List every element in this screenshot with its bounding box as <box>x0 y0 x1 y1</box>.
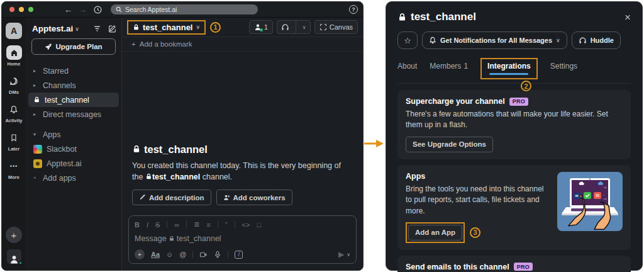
add-an-app-highlight: Add an App <box>406 222 465 243</box>
annotation-step-3: 3 <box>470 227 480 238</box>
history-forward-icon[interactable]: → <box>79 5 87 14</box>
channel-name-button[interactable]: test_channel ∨ <box>127 20 206 35</box>
caret-right-icon: ▸ <box>33 111 38 117</box>
star-channel-button[interactable]: ☆ <box>397 31 418 49</box>
send-icon[interactable]: ▶ <box>338 250 344 259</box>
tab-about[interactable]: About <box>397 58 417 71</box>
minimize-window-button[interactable] <box>19 7 24 12</box>
canvas-icon <box>319 23 327 31</box>
lock-icon <box>132 145 141 154</box>
caret-right-icon: ▸ <box>33 82 38 88</box>
emoji-icon[interactable]: ☺ <box>166 251 173 258</box>
strikethrough-icon[interactable]: S <box>155 221 160 229</box>
headphones-icon <box>579 37 587 45</box>
modal-tabs: About Members1 Integrations Settings 2 <box>397 58 631 84</box>
add-an-app-button[interactable]: Add an App <box>408 225 462 241</box>
compose-icon[interactable] <box>108 25 116 33</box>
sidebar-item-slackbot[interactable]: Slackbot <box>26 142 121 156</box>
tab-members[interactable]: Members1 <box>430 58 468 71</box>
dms-icon <box>6 74 22 88</box>
add-description-button[interactable]: Add description <box>132 190 211 205</box>
code-block-icon[interactable]: □ <box>257 221 261 229</box>
search-icon <box>116 6 122 13</box>
add-bookmark-button[interactable]: + Add a bookmark <box>122 37 363 52</box>
blockquote-icon[interactable]: ” <box>225 221 228 229</box>
traffic-lights <box>7 7 45 12</box>
help-icon[interactable]: ? <box>349 5 358 14</box>
channel-details-modal: test_channel × ☆ Get Notifications for A… <box>386 1 643 271</box>
zoom-window-button[interactable] <box>28 7 33 12</box>
huddle-options-chevron[interactable]: ∨ <box>299 21 310 33</box>
italic-icon[interactable]: I <box>147 221 148 229</box>
sidebar-item-add-apps[interactable]: + Add apps <box>26 171 121 185</box>
window-titlebar: ← → Search Apptest.ai ? <box>2 2 363 18</box>
rocket-icon <box>45 43 52 50</box>
chevron-down-icon: ∨ <box>196 24 200 30</box>
video-icon[interactable] <box>199 251 208 259</box>
channel-reference: test_channel <box>145 173 200 181</box>
slackbot-icon <box>33 145 42 154</box>
history-back-icon[interactable]: ← <box>64 5 72 14</box>
intro-description: You created this channel today. This is … <box>132 160 353 184</box>
sidebar-item-apptest-app[interactable]: Apptest.ai <box>26 156 121 171</box>
workspace-switcher[interactable]: A <box>6 23 22 39</box>
tab-settings[interactable]: Settings <box>550 58 577 71</box>
presence-indicator <box>260 28 263 31</box>
send-emails-card: Send emails to this channel PRO Get an e… <box>397 256 631 272</box>
attach-plus-icon[interactable]: + <box>135 249 145 259</box>
sidebar-item-channels[interactable]: ▸ Channels <box>26 78 121 93</box>
close-window-button[interactable] <box>9 7 14 12</box>
create-new-button[interactable]: + <box>6 227 22 243</box>
add-coworkers-button[interactable]: Add coworkers <box>216 190 292 205</box>
upgrade-plan-button[interactable]: Upgrade Plan <box>31 38 116 55</box>
person-icon <box>254 23 262 31</box>
members-button[interactable]: 1 <box>249 20 273 34</box>
annotation-step-1: 1 <box>210 22 221 33</box>
sidebar-item-apps[interactable]: ▾ Apps <box>26 127 121 142</box>
sidebar-item-starred[interactable]: ▸ Starred <box>26 64 121 78</box>
lock-icon <box>33 96 40 103</box>
link-icon[interactable]: ∞ <box>174 221 179 229</box>
see-upgrade-options-button[interactable]: See Upgrade Options <box>406 137 493 152</box>
plus-icon: + <box>33 175 38 181</box>
pro-badge: PRO <box>514 263 533 271</box>
shortcuts-icon[interactable]: / <box>235 251 243 259</box>
workspace-name[interactable]: Apptest.ai <box>32 24 73 33</box>
sidebar-item-direct-messages[interactable]: ▸ Direct messages <box>26 107 121 122</box>
close-icon[interactable]: × <box>625 12 631 23</box>
user-avatar[interactable] <box>7 249 21 264</box>
send-options-chevron[interactable]: ∨ <box>347 252 350 258</box>
notifications-button[interactable]: Get Notifications for All Messages ∨ <box>422 31 567 49</box>
search-input[interactable]: Search Apptest.ai <box>111 4 258 14</box>
rail-item-more[interactable]: ••• More <box>6 159 22 180</box>
text-format-icon[interactable]: Aa <box>151 251 160 258</box>
filter-icon[interactable] <box>93 25 101 33</box>
apps-illustration <box>557 172 623 231</box>
channel-header: test_channel ∨ 1 1 <box>122 18 363 37</box>
bold-icon[interactable]: B <box>135 221 140 229</box>
person-add-icon <box>223 194 230 201</box>
later-bookmark-icon <box>6 130 22 145</box>
huddle-button[interactable]: Huddle <box>572 31 621 49</box>
microphone-icon[interactable] <box>214 251 221 258</box>
rail-item-dms[interactable]: DMs <box>6 74 22 95</box>
formatting-toolbar: B I S ∞ ≣ ≡ ” <> □ <box>135 220 350 229</box>
canvas-button[interactable]: Canvas <box>314 20 358 34</box>
rail-item-home[interactable]: Home <box>6 45 22 67</box>
huddle-button[interactable]: ∨ <box>277 20 311 34</box>
sidebar-item-test-channel[interactable]: test_channel <box>28 93 119 107</box>
bell-icon <box>429 37 436 44</box>
channel-view: test_channel ∨ 1 1 <box>122 18 363 270</box>
rail-item-later[interactable]: Later <box>6 130 22 152</box>
code-icon[interactable]: <> <box>242 221 250 229</box>
message-composer[interactable]: B I S ∞ ≣ ≡ ” <> □ Message <box>128 215 357 264</box>
home-icon <box>6 45 22 60</box>
bullet-list-icon[interactable]: ≡ <box>206 221 210 229</box>
message-input[interactable]: Message test_channel <box>135 234 350 243</box>
ordered-list-icon[interactable]: ≣ <box>194 220 199 229</box>
rail-item-activity[interactable]: Activity <box>5 102 22 123</box>
modal-title: test_channel <box>411 11 476 23</box>
tab-integrations[interactable]: Integrations <box>487 62 531 71</box>
history-clock-icon[interactable] <box>94 6 102 14</box>
mention-icon[interactable]: @ <box>179 251 186 258</box>
